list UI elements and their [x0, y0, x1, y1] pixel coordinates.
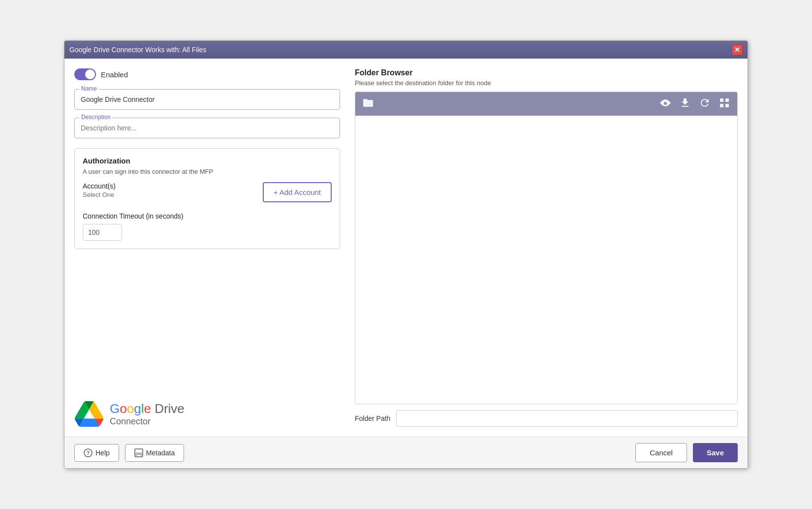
google-text: Google Drive	[110, 401, 185, 416]
main-window: Google Drive Connector Works with: All F…	[64, 40, 748, 469]
close-button[interactable]: ✕	[732, 44, 743, 55]
folder-path-input[interactable]	[396, 410, 738, 427]
help-button[interactable]: ? Help	[74, 444, 119, 462]
enabled-row: Enabled	[74, 68, 340, 80]
footer-left: ? Help {m} Metadata	[74, 444, 184, 462]
title-bar: Google Drive Connector Works with: All F…	[64, 41, 748, 59]
select-one-label: Select One	[83, 191, 116, 198]
name-label: Name	[79, 85, 99, 92]
accounts-label: Account(s)	[83, 182, 116, 190]
enabled-toggle[interactable]	[74, 68, 96, 80]
cancel-button[interactable]: Cancel	[635, 443, 687, 462]
metadata-button[interactable]: {m} Metadata	[125, 444, 184, 462]
folder-browser-title: Folder Browser	[355, 68, 738, 77]
save-button[interactable]: Save	[693, 443, 738, 462]
add-account-button[interactable]: + Add Account	[263, 182, 332, 202]
connector-text: Connector	[110, 416, 185, 427]
left-panel: Enabled Name Description Authorization A…	[64, 59, 350, 437]
svg-text:{m}: {m}	[135, 451, 142, 456]
folder-path-row: Folder Path	[355, 410, 738, 427]
grid-icon[interactable]	[718, 97, 730, 111]
authorization-box: Authorization A user can sign into this …	[74, 148, 340, 249]
logo-area: Google Drive Connector	[74, 391, 340, 427]
auth-title: Authorization	[83, 157, 332, 165]
name-input[interactable]	[74, 89, 340, 110]
enabled-label: Enabled	[101, 70, 128, 79]
browser-container	[355, 92, 738, 404]
google-drive-logo-icon	[74, 401, 104, 427]
right-panel: Folder Browser Please select the destina…	[350, 59, 748, 437]
footer: ? Help {m} Metadata Cancel Save	[64, 437, 748, 468]
help-label: Help	[95, 449, 110, 457]
eye-icon[interactable]	[659, 98, 671, 110]
help-icon: ?	[84, 448, 93, 457]
logo-text: Google Drive Connector	[110, 401, 185, 427]
browser-toolbar	[355, 92, 737, 116]
description-input[interactable]	[74, 118, 340, 138]
metadata-label: Metadata	[146, 449, 175, 457]
browser-content	[355, 116, 737, 404]
folder-path-label: Folder Path	[355, 414, 390, 422]
metadata-icon: {m}	[134, 448, 143, 457]
footer-right: Cancel Save	[635, 443, 738, 462]
folder-browser-subtitle: Please select the destination folder for…	[355, 79, 738, 87]
svg-text:?: ?	[87, 450, 90, 456]
refresh-icon[interactable]	[699, 97, 711, 111]
name-field-group: Name	[74, 89, 340, 110]
connection-timeout-label: Connection Timeout (in seconds)	[83, 212, 332, 220]
accounts-label-group: Account(s) Select One	[83, 182, 116, 198]
accounts-row: Account(s) Select One + Add Account	[83, 182, 332, 202]
window-title: Google Drive Connector Works with: All F…	[69, 46, 206, 54]
main-content: Enabled Name Description Authorization A…	[64, 59, 748, 437]
description-field-group: Description	[74, 118, 340, 138]
auth-subtitle: A user can sign into this connector at t…	[83, 168, 332, 175]
upload-icon[interactable]	[679, 97, 691, 111]
connection-timeout-input[interactable]	[83, 224, 122, 241]
folder-icon[interactable]	[362, 98, 374, 110]
description-label: Description	[79, 114, 113, 121]
